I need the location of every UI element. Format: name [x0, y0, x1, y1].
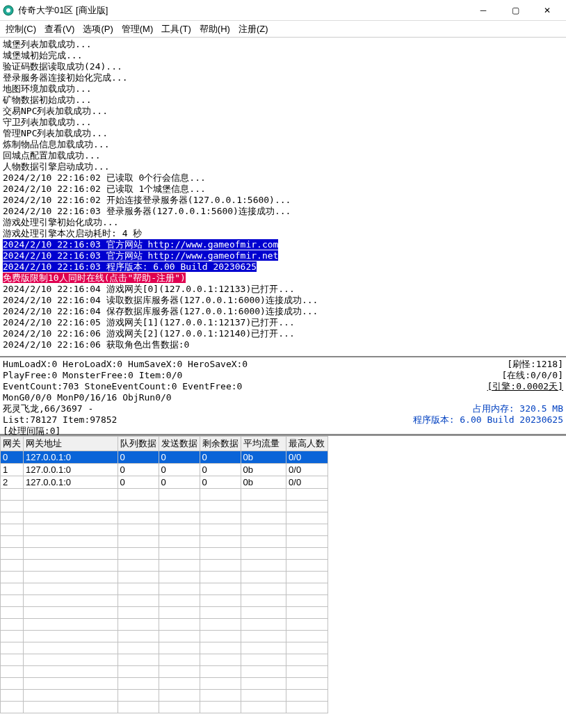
table-cell: [200, 595, 241, 607]
table-cell: 0: [118, 476, 159, 489]
table-cell: [200, 548, 241, 560]
table-cell: [118, 583, 159, 595]
table-header[interactable]: 剩余数据: [200, 437, 241, 451]
status-humload: HumLoadX:0 HeroLoadX:0 HumSaveX:0 HeroSa…: [3, 359, 248, 370]
gateway-table[interactable]: 网关网关地址队列数据发送数据剩余数据平均流量最高人数 0127.0.0.1:00…: [0, 436, 328, 713]
table-row[interactable]: [1, 666, 328, 678]
table-row[interactable]: [1, 631, 328, 642]
table-cell: [241, 548, 286, 560]
maximize-button[interactable]: ▢: [499, 1, 531, 20]
console-line: 游戏处理引擎初始化成功...: [3, 217, 563, 228]
table-header[interactable]: 发送数据: [159, 437, 200, 451]
table-cell: 0/0: [286, 464, 328, 476]
table-cell: 127.0.0.1:0: [24, 451, 118, 464]
table-cell: [1, 489, 24, 501]
table-cell: [159, 536, 200, 548]
table-cell: [1, 524, 24, 536]
table-cell: [118, 524, 159, 536]
table-cell: [118, 690, 159, 702]
table-row[interactable]: 0127.0.0.1:00000b0/0: [1, 451, 328, 464]
table-row[interactable]: [1, 548, 328, 560]
table-row[interactable]: [1, 524, 328, 536]
menu-help[interactable]: 帮助(H): [200, 23, 230, 35]
table-cell: [1, 548, 24, 560]
table-cell: [1, 654, 24, 666]
table-header[interactable]: 网关: [1, 437, 24, 451]
console-line: 2024/2/10 22:16:02 已读取 1个城堡信息...: [3, 184, 563, 195]
minimize-button[interactable]: ─: [467, 1, 499, 20]
table-cell: 0/0: [286, 451, 328, 464]
table-row[interactable]: [1, 654, 328, 666]
table-cell: [24, 690, 118, 702]
menu-register[interactable]: 注册(Z): [238, 23, 268, 35]
status-mong: MonG0/0/0 MonP0/16/16 ObjRun0/0: [3, 392, 172, 403]
table-row[interactable]: [1, 642, 328, 654]
table-cell: [1, 642, 24, 654]
table-cell: 0: [159, 464, 200, 476]
table-cell: [118, 607, 159, 619]
table-cell: [118, 654, 159, 666]
table-row[interactable]: [1, 702, 328, 713]
table-row[interactable]: 1127.0.0.1:00000b0/0: [1, 464, 328, 476]
table-cell: [241, 702, 286, 713]
status-online: [在线:0/0/0]: [501, 370, 563, 381]
table-cell: [241, 572, 286, 583]
table-cell: [24, 583, 118, 595]
table-cell: 0/0: [286, 476, 328, 489]
table-row[interactable]: [1, 501, 328, 512]
console-line-warning[interactable]: 免费版限制10人同时在线(点击"帮助-注册"): [3, 273, 563, 284]
table-cell: [159, 583, 200, 595]
gateway-table-container[interactable]: 网关网关地址队列数据发送数据剩余数据平均流量最高人数 0127.0.0.1:00…: [0, 435, 566, 728]
table-header[interactable]: 平均流量: [241, 437, 286, 451]
menu-view[interactable]: 查看(V): [45, 23, 74, 35]
table-row[interactable]: [1, 536, 328, 548]
table-cell: [159, 548, 200, 560]
table-row[interactable]: [1, 595, 328, 607]
table-cell: [159, 560, 200, 572]
table-cell: 0: [200, 451, 241, 464]
table-header[interactable]: 队列数据: [118, 437, 159, 451]
console-line: 2024/2/10 22:16:02 已读取 0个行会信息...: [3, 172, 563, 184]
table-row[interactable]: [1, 489, 328, 501]
status-version: 程序版本: 6.00 Build 20230625: [413, 414, 563, 426]
status-list-item: List:78127 Item:97852: [3, 414, 117, 426]
table-row[interactable]: [1, 678, 328, 690]
menu-manage[interactable]: 管理(M): [122, 23, 154, 35]
table-cell: [118, 642, 159, 654]
table-cell: [24, 619, 118, 631]
table-row[interactable]: [1, 619, 328, 631]
table-row[interactable]: [1, 512, 328, 524]
table-cell: [200, 524, 241, 536]
table-cell: [200, 489, 241, 501]
menu-control[interactable]: 控制(C): [6, 23, 36, 35]
close-button[interactable]: ✕: [531, 1, 563, 20]
table-header[interactable]: 网关地址: [24, 437, 118, 451]
table-cell: [24, 595, 118, 607]
table-cell: [200, 666, 241, 678]
table-header[interactable]: 最高人数: [286, 437, 328, 451]
console-line: 2024/2/10 22:16:02 开始连接登录服务器(127.0.0.1:5…: [3, 195, 563, 206]
table-row[interactable]: [1, 607, 328, 619]
table-row[interactable]: [1, 572, 328, 583]
table-row[interactable]: [1, 583, 328, 595]
table-cell: [1, 595, 24, 607]
table-row[interactable]: [1, 690, 328, 702]
table-cell: [159, 512, 200, 524]
table-cell: [118, 631, 159, 642]
table-cell: 0: [200, 476, 241, 489]
menu-options[interactable]: 选项(P): [83, 23, 113, 35]
table-row[interactable]: 2127.0.0.1:00000b0/0: [1, 476, 328, 489]
app-icon: [3, 5, 14, 16]
table-cell: 1: [1, 464, 24, 476]
table-cell: [24, 536, 118, 548]
status-engine-days[interactable]: [引擎:0.0002天]: [487, 381, 563, 392]
table-cell: [159, 690, 200, 702]
table-cell: [1, 702, 24, 713]
table-cell: [286, 560, 328, 572]
table-row[interactable]: [1, 560, 328, 572]
menu-tools[interactable]: 工具(T): [161, 23, 191, 35]
console-output[interactable]: 城堡列表加载成功...城堡城初始完成...验证码数据读取成功(24)...登录服…: [0, 38, 566, 357]
table-cell: [241, 583, 286, 595]
table-cell: [24, 678, 118, 690]
table-cell: [159, 524, 200, 536]
